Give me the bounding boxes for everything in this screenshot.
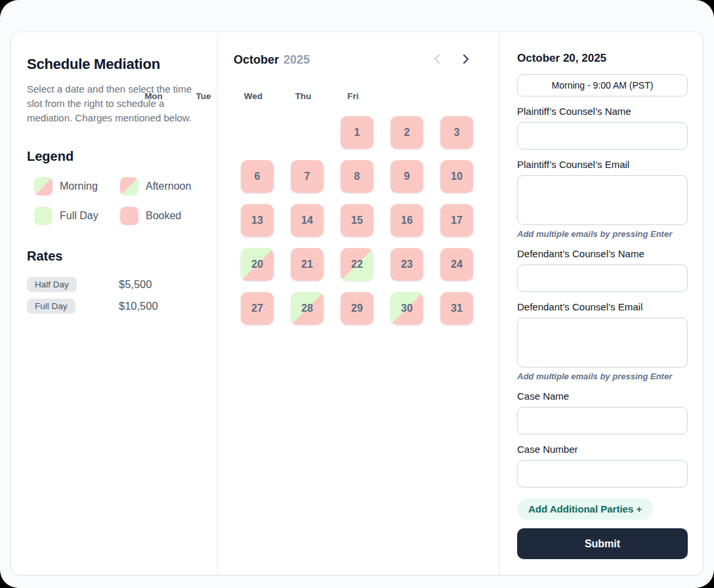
page-background: Schedule Mediation Select a date and the… xyxy=(0,0,714,588)
field-label: Plaintiff’s Counsel’s Name xyxy=(517,105,688,118)
calendar-day-10[interactable]: 10 xyxy=(440,160,473,193)
selected-date-heading: October 20, 2025 xyxy=(517,52,688,65)
calendar-day-29[interactable]: 29 xyxy=(341,292,373,325)
calendar-day-31[interactable]: 31 xyxy=(440,292,473,325)
booked-swatch-icon xyxy=(120,207,138,225)
legend-item-label: Full Day xyxy=(60,210,98,222)
page-title: Schedule Mediation xyxy=(27,56,201,73)
calendar-year-label: 2025 xyxy=(284,53,310,67)
time-slot-selector[interactable]: Morning - 9:00 AM (PST) xyxy=(517,74,688,96)
legend-item: Full Day xyxy=(34,207,120,225)
field-textarea[interactable] xyxy=(517,175,688,225)
calendar-month-label: October xyxy=(234,53,279,67)
legend-item: Afternoon xyxy=(120,177,201,196)
field-helper-text: Add multiple emails by pressing Enter xyxy=(517,229,688,239)
rate-price: $10,500 xyxy=(119,300,201,312)
morning-swatch-icon xyxy=(34,177,52,196)
rate-row: Full Day $10,500 xyxy=(27,299,201,314)
chevron-right-icon xyxy=(463,54,469,66)
calendar-empty-cell xyxy=(291,116,324,149)
legend-heading: Legend xyxy=(27,149,201,164)
calendar-panel: October 2025 MonTueWedThuFri xyxy=(217,32,499,575)
legend-item: Booked xyxy=(120,207,201,225)
weekday-label: Tue xyxy=(178,91,228,101)
field-input[interactable] xyxy=(517,460,688,488)
form-fields: Plaintiff’s Counsel’s Name Plaintiff’s C… xyxy=(517,105,688,488)
calendar-grid: 123678910131415161720212223242728293031 xyxy=(241,116,473,325)
form-field: Defendant’s Counsel’s Name xyxy=(517,247,688,292)
legend-item-label: Morning xyxy=(60,180,98,192)
field-input[interactable] xyxy=(517,407,688,434)
field-label: Case Number xyxy=(517,443,688,456)
calendar-day-7[interactable]: 7 xyxy=(291,160,324,193)
calendar-day-1[interactable]: 1 xyxy=(341,116,373,149)
calendar-day-27[interactable]: 27 xyxy=(241,292,274,325)
form-field: Plaintiff’s Counsel’s Name xyxy=(517,105,688,150)
calendar-nav xyxy=(430,54,472,67)
calendar-day-16[interactable]: 16 xyxy=(390,204,423,237)
field-label: Defendant’s Counsel’s Name xyxy=(517,247,688,261)
calendar-day-9[interactable]: 9 xyxy=(390,160,423,193)
schedule-mediation-card: Schedule Mediation Select a date and the… xyxy=(10,32,704,576)
rate-row: Half Day $5,500 xyxy=(27,277,201,292)
calendar-day-15[interactable]: 15 xyxy=(341,204,373,237)
field-textarea[interactable] xyxy=(517,318,688,368)
field-label: Plaintiff’s Counsel’s Email xyxy=(517,158,688,171)
field-label: Defendant’s Counsel’s Email xyxy=(517,301,688,314)
rate-label-pill: Half Day xyxy=(27,277,77,292)
calendar-day-24[interactable]: 24 xyxy=(440,248,473,281)
legend-item-label: Afternoon xyxy=(146,180,191,192)
page-description: Select a date and then select the time s… xyxy=(27,82,203,125)
calendar-day-22[interactable]: 22 xyxy=(341,248,373,281)
calendar-day-2[interactable]: 2 xyxy=(390,116,423,149)
calendar-day-6[interactable]: 6 xyxy=(241,160,274,193)
submit-button[interactable]: Submit xyxy=(517,528,688,559)
legend-item-label: Booked xyxy=(146,210,181,222)
calendar-day-28[interactable]: 28 xyxy=(291,292,324,325)
left-info-panel: Schedule Mediation Select a date and the… xyxy=(11,32,217,575)
calendar-day-8[interactable]: 8 xyxy=(341,160,373,193)
rate-label-pill: Full Day xyxy=(27,299,75,314)
legend-grid: Morning Afternoon Full Day Booked xyxy=(34,177,201,225)
weekday-label: Fri xyxy=(328,91,378,101)
form-field: Case Name xyxy=(517,390,688,434)
form-field: Defendant’s Counsel’s Email Add multiple… xyxy=(517,301,688,381)
calendar-day-30[interactable]: 30 xyxy=(390,292,423,325)
calendar-day-20[interactable]: 20 xyxy=(241,248,274,281)
rate-price: $5,500 xyxy=(119,278,201,291)
field-input[interactable] xyxy=(517,122,688,150)
booking-form-panel: October 20, 2025 Morning - 9:00 AM (PST)… xyxy=(499,32,703,575)
rates-list: Half Day $5,500 Full Day $10,500 xyxy=(27,277,201,314)
weekday-label: Mon xyxy=(129,91,178,101)
calendar-header: October 2025 xyxy=(234,53,472,67)
afternoon-swatch-icon xyxy=(120,177,138,196)
field-input[interactable] xyxy=(517,264,688,292)
rates-heading: Rates xyxy=(27,249,201,264)
weekday-header-row: MonTueWedThuFri xyxy=(129,91,378,101)
weekday-label: Thu xyxy=(278,91,328,101)
calendar-day-21[interactable]: 21 xyxy=(291,248,324,281)
calendar-day-13[interactable]: 13 xyxy=(241,204,274,237)
legend-item: Morning xyxy=(34,177,120,196)
field-label: Case Name xyxy=(517,390,688,403)
form-field: Case Number xyxy=(517,443,688,488)
chevron-left-icon xyxy=(434,54,440,66)
calendar-day-14[interactable]: 14 xyxy=(291,204,324,237)
weekday-label: Wed xyxy=(228,91,278,101)
calendar-day-23[interactable]: 23 xyxy=(390,248,423,281)
form-field: Plaintiff’s Counsel’s Email Add multiple… xyxy=(517,158,688,239)
prev-month-button[interactable] xyxy=(430,54,444,67)
calendar-day-17[interactable]: 17 xyxy=(440,204,473,237)
calendar-day-3[interactable]: 3 xyxy=(440,116,473,149)
next-month-button[interactable] xyxy=(459,54,472,67)
field-helper-text: Add multiple emails by pressing Enter xyxy=(517,371,688,381)
full-day-swatch-icon xyxy=(34,207,52,225)
add-additional-parties-button[interactable]: Add Additional Parties + xyxy=(517,498,653,520)
calendar-empty-cell xyxy=(241,116,274,149)
